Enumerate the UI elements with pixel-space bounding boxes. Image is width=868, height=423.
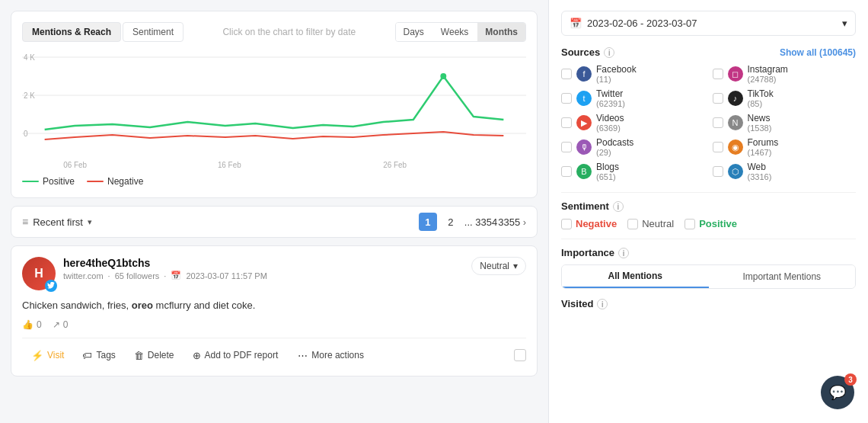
source-blogs-checkbox[interactable] [561,166,572,177]
post-likes: 👍 0 [22,319,42,330]
post-sub-meta: twitter.com · 65 followers · 📅 2023-03-0… [63,271,464,280]
tab-sentiment[interactable]: Sentiment [123,22,183,42]
source-facebook-info: Facebook(11) [596,64,637,84]
more-actions-icon: ⋯ [298,350,308,361]
chart-card: Mentions & Reach Sentiment Click on the … [11,11,538,198]
source-news-info: News(1538) [748,113,772,133]
page-3355-button[interactable]: 3355 [500,213,519,231]
post-domain: twitter.com [63,271,104,280]
sentiment-negative-option[interactable]: Negative [561,218,617,229]
more-actions-button[interactable]: ⋯ More actions [289,346,373,365]
chart-legend: Positive Negative [22,176,526,187]
next-page-chevron-icon[interactable]: › [523,216,526,228]
sentiment-chevron-icon: ▾ [513,261,518,271]
source-podcasts-checkbox[interactable] [561,142,572,152]
sentiment-badge[interactable]: Neutral ▾ [471,257,526,275]
sources-info-icon: i [604,47,614,58]
visit-button[interactable]: ⚡ Visit [22,346,73,365]
date-range-value: 2023-02-06 - 2023-03-07 [587,18,697,29]
sentiment-positive-checkbox[interactable] [685,219,695,229]
source-twitter-checkbox[interactable] [561,93,572,104]
source-twitter-info: Twitter(62391) [596,88,625,108]
share-count: 0 [63,319,69,330]
chart-filter-hint: Click on the chart to filter by date [222,27,356,37]
pdf-icon: ⊕ [193,350,201,361]
date-range-picker[interactable]: 📅 2023-02-06 - 2023-03-07 ▾ [561,11,856,36]
twitter-badge-icon [45,280,57,292]
source-instagram-info: Instagram(24788) [748,64,788,84]
visit-icon: ⚡ [31,350,43,361]
avatar: H [22,257,56,290]
videos-icon: ▶ [576,115,592,130]
svg-point-9 [440,73,446,79]
chart-container[interactable]: 4 K 2 K 0 06 Feb 16 Feb 26 Feb [22,50,526,171]
page-1-button[interactable]: 1 [419,213,437,231]
source-videos-checkbox[interactable] [561,117,572,128]
source-news[interactable]: N News(1538) [713,113,857,133]
visited-info-icon: i [597,299,608,309]
tab-days[interactable]: Days [396,23,432,41]
tags-button[interactable]: 🏷 Tags [73,346,124,365]
source-forums-info: Forums(1467) [748,137,779,157]
date-range-text: 📅 2023-02-06 - 2023-03-07 [570,18,697,29]
sentiment-neutral-option[interactable]: Neutral [627,218,674,229]
tab-mentions-reach[interactable]: Mentions & Reach [22,22,121,42]
source-facebook-checkbox[interactable] [561,69,572,79]
chat-bubble-button[interactable]: 💬 3 [821,376,854,409]
sentiment-positive-option[interactable]: Positive [685,218,737,229]
page-3354-button[interactable]: 3354 [477,213,496,231]
delete-button[interactable]: 🗑 Delete [125,346,183,365]
source-blogs[interactable]: B Blogs(651) [561,162,705,181]
svg-text:06 Feb: 06 Feb [63,161,87,169]
sentiment-neutral-checkbox[interactable] [627,219,638,229]
tags-icon: 🏷 [82,350,92,361]
all-mentions-tab[interactable]: All Mentions [562,265,709,288]
source-podcasts-info: Podcasts(29) [596,137,633,157]
tab-months[interactable]: Months [477,23,525,41]
legend-positive-line [22,181,39,182]
sources-label: Sources [561,46,600,58]
instagram-icon: ◻ [728,66,743,82]
sort-dropdown[interactable]: ≡ Recent first ▾ [22,216,92,228]
right-panel: 📅 2023-02-06 - 2023-03-07 ▾ Sources i Sh… [548,0,868,423]
show-all-link[interactable]: Show all (100645) [780,47,856,58]
source-tiktok-info: TikTok(85) [748,88,774,108]
source-web-checkbox[interactable] [713,166,723,177]
sort-label: Recent first [33,216,83,228]
source-instagram-checkbox[interactable] [713,69,723,79]
add-to-pdf-button[interactable]: ⊕ Add to PDF report [183,346,288,365]
post-body-bold: oreo [132,300,153,311]
visit-label: Visit [47,350,64,361]
important-mentions-tab[interactable]: Important Mentions [709,265,856,288]
sort-bar: ≡ Recent first ▾ 1 2 ... 3354 3355 › [11,206,538,238]
sentiment-positive-label: Positive [699,218,737,229]
date-range-chevron-icon: ▾ [842,18,847,29]
sentiment-options: Negative Neutral Positive [561,218,856,229]
sentiment-negative-checkbox[interactable] [561,219,572,229]
post-meta: here4theQ1btchs twitter.com · 65 followe… [63,257,464,280]
show-all-text: Show all [780,47,817,58]
source-news-checkbox[interactable] [713,117,723,128]
source-forums[interactable]: ◉ Forums(1467) [713,137,857,157]
svg-text:0: 0 [24,130,28,138]
post-select-checkbox[interactable] [514,349,526,361]
source-videos[interactable]: ▶ Videos(6369) [561,113,705,133]
page-2-button[interactable]: 2 [442,213,460,231]
source-blogs-info: Blogs(651) [596,162,619,181]
source-twitter[interactable]: t Twitter(62391) [561,88,705,108]
source-forums-checkbox[interactable] [713,142,723,152]
source-tiktok[interactable]: ♪ TikTok(85) [713,88,857,108]
source-web[interactable]: ⬡ Web(3316) [713,162,857,181]
importance-tabs: All Mentions Important Mentions [561,264,856,289]
legend-negative-label: Negative [107,176,143,187]
source-podcasts[interactable]: 🎙 Podcasts(29) [561,137,705,157]
tab-weeks[interactable]: Weeks [433,23,476,41]
source-facebook[interactable]: f Facebook(11) [561,64,705,84]
importance-section-label: Importance i [561,247,856,258]
sources-grid: f Facebook(11) ◻ Instagram(24788) t Twit… [561,64,856,181]
svg-text:26 Feb: 26 Feb [383,161,407,169]
source-instagram[interactable]: ◻ Instagram(24788) [713,64,857,84]
source-tiktok-checkbox[interactable] [713,93,723,104]
post-shares: ↗ 0 [53,319,69,330]
add-to-pdf-label: Add to PDF report [205,350,279,361]
